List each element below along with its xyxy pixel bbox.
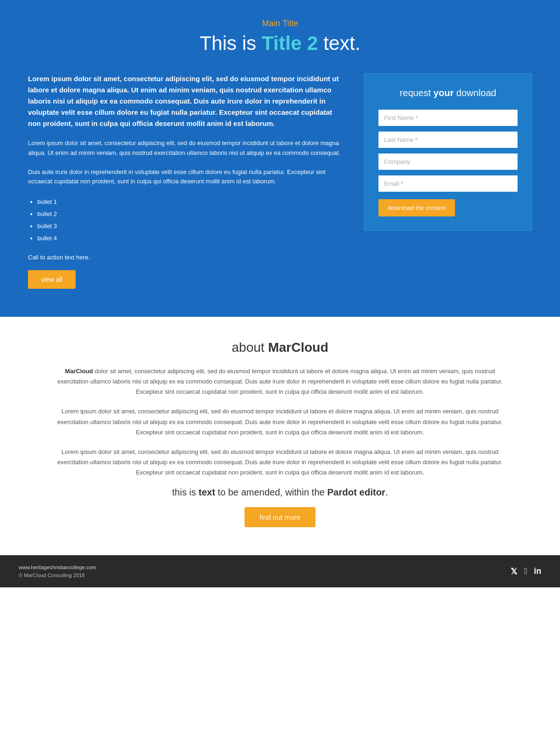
list-item: bullet 1 xyxy=(37,196,345,208)
email-field[interactable] xyxy=(378,175,518,192)
hero-title-area: Main Title This is Title 2 text. xyxy=(28,19,532,55)
amend-text-3: to be amended, within the xyxy=(215,487,327,497)
about-paragraph-2: Lorem ipsum dolor sit amet, consectetur … xyxy=(56,406,504,437)
last-name-field[interactable] xyxy=(378,132,518,148)
hero-title-before: This is xyxy=(200,32,262,54)
footer: www.heritagechristiancollege.com © MarCl… xyxy=(0,555,560,587)
amend-text-5: . xyxy=(385,487,388,497)
about-para1-rest: dolor sit amet, consectetur adipiscing e… xyxy=(57,368,503,395)
list-item: bullet 2 xyxy=(37,208,345,220)
facebook-icon[interactable]: 𝕉 xyxy=(524,566,527,576)
hero-section: Main Title This is Title 2 text. Lorem i… xyxy=(0,0,560,317)
hero-body: Lorem ipsum dolor sit amet, consectetur … xyxy=(28,73,532,289)
form-card-title: request your download xyxy=(378,88,518,98)
about-paragraph-3: Lorem ipsum dolor sit amet, consectetur … xyxy=(56,447,504,478)
linkedin-icon[interactable]: in xyxy=(534,566,541,576)
form-title-before: request xyxy=(400,88,434,98)
about-title-strong: MarCloud xyxy=(268,340,328,355)
footer-social-icons: 𝕏 𝕉 in xyxy=(511,566,541,577)
footer-copyright: © MarCloud Consulting 2018 xyxy=(19,572,96,579)
download-button[interactable]: download the content xyxy=(378,199,455,216)
hero-small-paragraph-1: Lorem ipsum dolor sit amet, consectetur … xyxy=(28,139,345,158)
about-title-before: about xyxy=(232,340,268,355)
twitter-icon[interactable]: 𝕏 xyxy=(511,566,518,577)
footer-site-url: www.heritagechristiancollege.com xyxy=(19,564,96,572)
hero-title-after: text. xyxy=(318,32,360,54)
form-title-after: download xyxy=(454,88,496,98)
download-form-card: request your download download the conte… xyxy=(364,73,532,231)
hero-title-highlight: Title 2 xyxy=(262,32,318,54)
hero-small-paragraph-2: Duis aute irure dolor in reprehenderit i… xyxy=(28,167,345,187)
hero-main-title: This is Title 2 text. xyxy=(28,32,532,55)
amend-text-1: this is xyxy=(172,487,199,497)
form-title-strong: your xyxy=(434,88,454,98)
hero-cta-text: Call to action text here. xyxy=(28,254,345,261)
hero-big-paragraph: Lorem ipsum dolor sit amet, consectetur … xyxy=(28,73,345,129)
hero-bullet-list: bullet 1 bullet 2 bullet 3 bullet 4 xyxy=(37,196,345,244)
amend-text-4: Pardot editor xyxy=(327,487,385,497)
amend-text-2: text xyxy=(198,487,215,497)
about-section: about MarCloud MarCloud dolor sit amet, … xyxy=(0,317,560,555)
list-item: bullet 3 xyxy=(37,220,345,232)
about-title: about MarCloud xyxy=(56,340,504,355)
footer-left: www.heritagechristiancollege.com © MarCl… xyxy=(19,564,96,579)
view-all-button[interactable]: view all xyxy=(28,270,76,289)
hero-subtitle: Main Title xyxy=(28,19,532,28)
first-name-field[interactable] xyxy=(378,110,518,126)
find-out-more-button[interactable]: find out more xyxy=(245,507,315,527)
hero-left: Lorem ipsum dolor sit amet, consectetur … xyxy=(28,73,345,289)
about-paragraph-1: MarCloud dolor sit amet, consectetur adi… xyxy=(56,366,504,397)
list-item: bullet 4 xyxy=(37,232,345,244)
about-marcloud-bold: MarCloud xyxy=(65,368,93,375)
amend-text: this is text to be amended, within the P… xyxy=(56,487,504,498)
company-field[interactable] xyxy=(378,153,518,170)
